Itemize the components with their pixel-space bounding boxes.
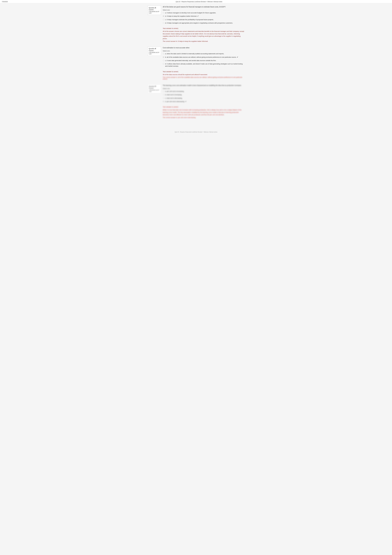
option-5-d: d. per unit cost is decreasing. ✔	[163, 101, 244, 103]
radio-4-a[interactable]	[163, 53, 164, 54]
option-3-a: a. It allows managers to develop more ac…	[163, 12, 244, 14]
option-3-b: b. It helps to keep the suppliers better…	[163, 15, 244, 17]
page-header: 7/28/2020 Quiz #2 - Requires Respondus L…	[0, 0, 392, 3]
question-points-5: 1.00 points out of 1.00	[149, 89, 160, 92]
question-content-5: The learning curve cost estimation model…	[163, 84, 244, 118]
question-text-3: All of the below are good reasons for fi…	[163, 6, 244, 8]
feedback-text-5: While it is true that total cost increas…	[163, 109, 244, 116]
feedback-text-4: All of the data sources should be explor…	[163, 73, 244, 76]
option-3-d: d. It helps managers set appropriate pri…	[163, 22, 244, 24]
your-answer-4: Your answer is correct.	[163, 71, 244, 73]
option-3-c: c. It helps managers estimate the profit…	[163, 19, 244, 21]
question-content-4: Cost estimation is most accurate when Se…	[163, 47, 244, 80]
feedback-text-3: All of the answer choices are correct st…	[163, 30, 244, 40]
option-5-a: a. per unit cost is increasing.	[163, 90, 244, 93]
radio-3-d[interactable]	[163, 22, 164, 24]
question-sidebar-3: Question 3 Correct 1.00 points out of 1.…	[148, 6, 161, 15]
main-container: Question 3 Correct 1.00 points out of 1.…	[146, 3, 246, 125]
correct-answer-5: The correct answer is: per unit cost is …	[163, 117, 244, 118]
question-content-3: All of the below are good reasons for fi…	[163, 6, 244, 42]
question-points-3: 1.00 points out of 1.00	[149, 11, 160, 14]
feedback-section-5: Your answer is correct. While it is true…	[163, 105, 244, 118]
correct-answer-3: The correct answer is: It helps to keep …	[163, 40, 244, 42]
radio-4-d[interactable]	[163, 63, 164, 65]
question-status-4: Correct	[149, 50, 160, 51]
question-sidebar-5: Question 5 Correct 1.00 points out of 1.…	[148, 84, 161, 93]
option-list-4: a. when the data used is limited to exte…	[163, 53, 244, 67]
question-label-4: Question 4	[149, 48, 160, 50]
option-4-d: d. it utilizes data that is already avai…	[163, 63, 244, 67]
question-label-5: Question 5	[149, 85, 160, 87]
option-5-b: b. total cost is increasing.	[163, 94, 244, 96]
header-date: 7/28/2020	[2, 1, 8, 2]
radio-3-a[interactable]	[163, 12, 164, 14]
radio-5-d[interactable]	[163, 101, 164, 102]
question-sidebar-4: Question 4 Correct 1.00 points out of 1.…	[148, 47, 161, 56]
question-status-3: Correct	[149, 9, 160, 10]
question-block-5: Question 5 Correct 1.00 points out of 1.…	[148, 84, 244, 118]
option-5-c: c. total cost is decreasing.	[163, 97, 244, 99]
checkmark-3-b: ✔	[197, 15, 199, 17]
option-4-b: b. all of the available data sources are…	[163, 56, 244, 58]
radio-5-a[interactable]	[163, 91, 164, 92]
question-block-4: Question 4 Correct 1.00 points out of 1.…	[148, 47, 244, 80]
question-points-4: 1.00 points out of 1.00	[149, 52, 160, 55]
option-list-5: a. per unit cost is increasing. b. total…	[163, 90, 244, 103]
option-4-c: c. it uses data generated internally, an…	[163, 59, 244, 62]
header-title: Quiz #2 - Requires Respondus LockDown Br…	[8, 1, 390, 2]
option-list-3: a. It allows managers to develop more ac…	[163, 12, 244, 24]
question-number-4: 4	[155, 48, 156, 50]
radio-5-c[interactable]	[163, 97, 164, 99]
question-number-5: 5	[155, 85, 156, 87]
question-label-3: Question 3	[149, 7, 160, 9]
select-one-5: Select one:	[163, 88, 244, 89]
checkmark-5-d: ✔	[185, 101, 186, 103]
radio-3-b[interactable]	[163, 15, 164, 17]
radio-4-b[interactable]	[163, 56, 164, 58]
question-text-5: The learning curve cost estimation model…	[163, 84, 244, 87]
your-answer-3: Your answer is correct.	[163, 28, 244, 29]
question-status-5: Correct	[149, 87, 160, 89]
radio-5-b[interactable]	[163, 94, 164, 95]
page-footer: Quiz #2 - Requires Respondus LockDown Br…	[0, 130, 392, 134]
question-block-3: Question 3 Correct 1.00 points out of 1.…	[148, 6, 244, 42]
radio-3-c[interactable]	[163, 19, 164, 20]
correct-answer-4: The correct answer is: all of the availa…	[163, 76, 244, 80]
select-one-4: Select one:	[163, 50, 244, 52]
checkmark-4-b: ✔	[237, 56, 238, 58]
your-answer-5: Your answer is correct.	[163, 106, 244, 108]
feedback-section-4: Your answer is correct. All of the data …	[163, 70, 244, 80]
option-4-a: a. when the data used is limited to exte…	[163, 53, 244, 55]
select-one-3: Select one:	[163, 9, 244, 11]
question-number-3: 3	[155, 7, 156, 9]
radio-4-c[interactable]	[163, 60, 164, 61]
question-text-4: Cost estimation is most accurate when	[163, 47, 244, 49]
feedback-section-3: Your answer is correct. All of the answe…	[163, 26, 244, 42]
